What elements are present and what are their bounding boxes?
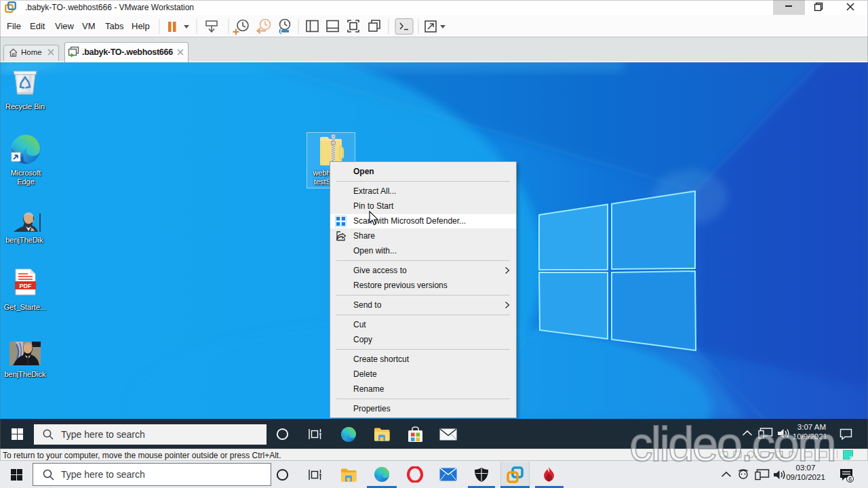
svg-text:6: 6	[848, 476, 852, 483]
svg-text:PDF: PDF	[20, 283, 33, 289]
